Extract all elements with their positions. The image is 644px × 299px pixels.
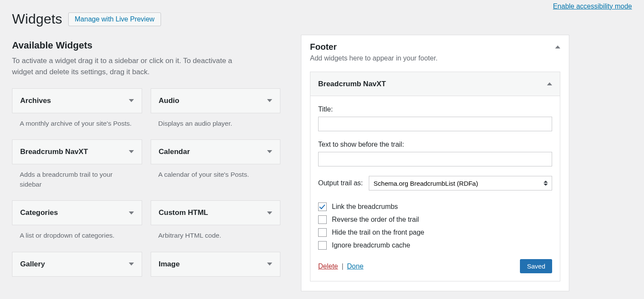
sidebar-area-desc: Add widgets here to appear in your foote…: [310, 54, 560, 62]
chevron-down-icon: [129, 99, 134, 102]
output-trail-label: Output trail as:: [318, 179, 363, 187]
title-input[interactable]: [318, 117, 552, 131]
widget-tile-label: Calendar: [159, 148, 190, 156]
widget-instance-toggle[interactable]: Breadcrumb NavXT: [310, 72, 560, 96]
saved-button[interactable]: Saved: [520, 259, 552, 273]
checkbox-reverse-order[interactable]: Reverse the order of the trail: [318, 215, 552, 224]
widget-tile-label: Breadcrumb NavXT: [20, 148, 88, 156]
widget-tile-desc: Adds a breadcrumb trail to your sidebar: [12, 164, 142, 190]
widget-tile-label: Audio: [159, 97, 179, 105]
page-title: Widgets: [12, 11, 62, 27]
checkbox-link-breadcrumbs[interactable]: Link the breadcrumbs: [318, 202, 552, 211]
chevron-down-icon: [267, 211, 272, 214]
widget-tile-archives[interactable]: Archives: [12, 88, 142, 113]
widget-tile-desc: A monthly archive of your site's Posts.: [12, 113, 142, 128]
chevron-down-icon: [129, 211, 134, 214]
widget-tile-breadcrumb-navxt[interactable]: Breadcrumb NavXT: [12, 139, 142, 164]
pretext-input[interactable]: [318, 152, 552, 166]
chevron-down-icon: [267, 263, 272, 266]
widget-tile-image[interactable]: Image: [151, 252, 281, 277]
delete-link[interactable]: Delete: [318, 263, 338, 270]
widget-tile-calendar[interactable]: Calendar: [151, 139, 281, 164]
done-link[interactable]: Done: [347, 263, 363, 270]
checkbox-label: Link the breadcrumbs: [332, 203, 398, 211]
checkbox-icon: [318, 241, 327, 250]
page-header: Widgets Manage with Live Preview: [12, 0, 632, 35]
chevron-down-icon: [129, 263, 134, 266]
available-widgets-description: To activate a widget drag it to a sideba…: [12, 55, 250, 78]
widget-tile-gallery[interactable]: Gallery: [12, 252, 142, 277]
widget-tile-label: Archives: [20, 97, 51, 105]
checkbox-icon: [318, 215, 327, 224]
output-trail-select[interactable]: Schema.org BreadcrumbList (RDFa): [369, 176, 552, 190]
pretext-label: Text to show before the trail:: [318, 141, 552, 148]
widget-tile-custom-html[interactable]: Custom HTML: [151, 200, 281, 225]
widget-tile-audio[interactable]: Audio: [151, 88, 281, 113]
chevron-down-icon: [129, 150, 134, 153]
widget-action-links: Delete | Done: [318, 263, 364, 270]
widget-instance-breadcrumb-navxt: Breadcrumb NavXT Title: Text to show bef…: [310, 72, 560, 281]
widget-tile-categories[interactable]: Categories: [12, 200, 142, 225]
separator: |: [342, 263, 343, 270]
sidebar-area-toggle[interactable]: Footer: [310, 42, 560, 52]
widget-tile-desc: A list or dropdown of categories.: [12, 225, 142, 240]
checkbox-label: Ignore breadcrumb cache: [332, 242, 410, 249]
widget-tile-desc: Arbitrary HTML code.: [151, 225, 281, 240]
available-widgets-heading: Available Widgets: [12, 40, 280, 51]
checkbox-icon: [318, 202, 327, 211]
widget-tile-desc: Displays an audio player.: [151, 113, 281, 128]
widget-tile-desc: A calendar of your site's Posts.: [151, 164, 281, 179]
widget-tile-label: Gallery: [20, 260, 45, 269]
chevron-up-icon: [547, 82, 552, 85]
widget-instance-title: Breadcrumb NavXT: [318, 80, 386, 88]
widget-tile-label: Categories: [20, 208, 58, 217]
checkbox-label: Hide the trail on the front page: [332, 229, 424, 236]
checkbox-ignore-cache[interactable]: Ignore breadcrumb cache: [318, 241, 552, 250]
available-widgets-column: Available Widgets To activate a widget d…: [12, 35, 280, 288]
chevron-down-icon: [267, 99, 272, 102]
enable-accessibility-link[interactable]: Enable accessibility mode: [553, 3, 632, 10]
live-preview-button[interactable]: Manage with Live Preview: [68, 12, 161, 26]
sidebar-area-footer: Footer Add widgets here to appear in you…: [301, 35, 569, 291]
widget-tile-label: Custom HTML: [159, 208, 208, 217]
widget-tile-label: Image: [159, 260, 180, 269]
chevron-down-icon: [267, 150, 272, 153]
checkbox-icon: [318, 228, 327, 237]
title-label: Title:: [318, 106, 552, 113]
checkbox-hide-front-page[interactable]: Hide the trail on the front page: [318, 228, 552, 237]
checkbox-label: Reverse the order of the trail: [332, 216, 419, 223]
sidebar-area-title: Footer: [310, 42, 337, 52]
chevron-up-icon: [555, 45, 560, 48]
